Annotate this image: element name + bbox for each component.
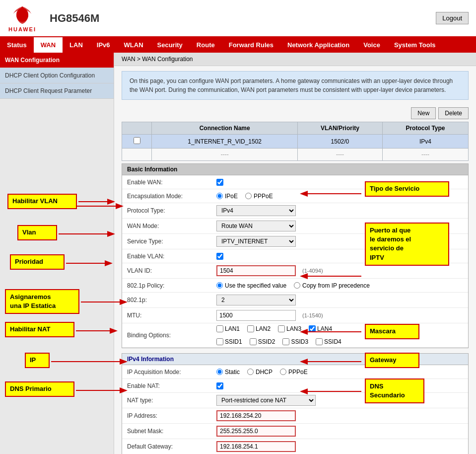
wan-mode-label: WAN Mode: [127, 223, 216, 229]
service-type-select[interactable]: IPTV_INTERNET INTERNET IPTV OTHER [216, 236, 296, 247]
ip-label: IP Address: [127, 412, 216, 419]
svg-point-1 [17, 9, 27, 21]
nat-type-row: NAT type: Port-restricted cone NAT Full … [122, 393, 468, 408]
nat-type-select[interactable]: Port-restricted cone NAT Full cone NAT R… [216, 395, 316, 406]
acq-pppoe[interactable]: PPPoE [280, 369, 308, 376]
ssid1-option[interactable]: SSID1 [216, 338, 242, 345]
service-type-label: Service Type: [127, 238, 216, 245]
nav-network-app[interactable]: Network Application [280, 37, 356, 53]
huawei-brand: HUAWEI [8, 26, 36, 32]
gateway-label: Default Gateway: [127, 443, 216, 450]
nav-route[interactable]: Route [190, 37, 222, 53]
acq-static[interactable]: Static [216, 369, 240, 376]
binding-value: LAN1 LAN2 LAN3 LAN4 SSID1 SSID2 SSID3 SS… [216, 325, 463, 345]
nat-type-value: Port-restricted cone NAT Full cone NAT R… [216, 395, 463, 406]
dot1p-row: 802.1p: 2 0 1 3 4 5 6 7 [122, 293, 468, 308]
binding-label: Binding Options: [127, 332, 216, 339]
ip-value [216, 410, 463, 421]
binding-row: Binding Options: LAN1 LAN2 LAN3 LAN4 SSI… [122, 323, 468, 348]
ip-input[interactable] [216, 410, 296, 421]
gateway-input[interactable] [216, 441, 296, 452]
enable-wan-row: Enable WAN: [122, 175, 468, 189]
nav-status[interactable]: Status [0, 37, 34, 53]
policy-specified[interactable]: Use the specified value [216, 282, 286, 289]
ssid3-option[interactable]: SSID3 [282, 338, 308, 345]
lan3-option[interactable]: LAN3 [278, 325, 301, 332]
service-type-value: IPTV_INTERNET INTERNET IPTV OTHER [216, 236, 463, 247]
ip-row: IP Address: [122, 408, 468, 424]
subnet-row: Subnet Mask: [122, 424, 468, 439]
empty-name: ---- [152, 149, 297, 161]
vlan-id-value: (1-4094) [216, 265, 463, 276]
main-content: WAN > WAN Configuration On this page, yo… [114, 53, 476, 454]
wan-mode-select[interactable]: Route WAN Bridge WAN [216, 221, 296, 231]
row-checkbox[interactable] [122, 135, 152, 149]
acq-dhcp[interactable]: DHCP [247, 369, 272, 376]
protocol-select[interactable]: IPv4 IPv6 IPv4/IPv6 [216, 205, 296, 216]
logout-button[interactable]: Logout [436, 12, 469, 24]
enable-vlan-value [216, 253, 463, 260]
nav-lan[interactable]: LAN [63, 37, 90, 53]
subnet-value [216, 426, 463, 437]
policy-value: Use the specified value Copy from IP pre… [216, 282, 463, 289]
nav-wlan[interactable]: WLAN [117, 37, 150, 53]
nav-ipv6[interactable]: IPv6 [90, 37, 117, 53]
lan4-option[interactable]: LAN4 [309, 325, 332, 332]
dot1p-value: 2 0 1 3 4 5 6 7 [216, 295, 463, 305]
nav-security[interactable]: Security [150, 37, 190, 53]
wan-table: Connection Name VLAN/Priority Protocol T… [122, 122, 469, 161]
enable-nat-row: Enable NAT: [122, 379, 468, 393]
mtu-input[interactable] [216, 310, 296, 321]
protocol-row: Protocol Type: IPv4 IPv6 IPv4/IPv6 [122, 203, 468, 219]
row-connection-name: 1_INTERNET_R_VID_1502 [152, 135, 297, 149]
policy-label: 802.1p Policy: [127, 282, 216, 289]
nav-wan[interactable]: WAN [34, 37, 63, 53]
table-row-empty: ---- ---- ---- [122, 149, 469, 161]
col-vlan: VLAN/Priority [297, 122, 382, 135]
gateway-value [216, 441, 463, 452]
col-checkbox [122, 122, 152, 135]
ssid2-option[interactable]: SSID2 [250, 338, 275, 345]
protocol-label: Protocol Type: [127, 207, 216, 214]
enable-wan-checkbox[interactable] [216, 179, 223, 186]
info-box: On this page, you can configure WAN port… [122, 71, 469, 100]
delete-button[interactable]: Delete [438, 107, 469, 119]
nav-system-tools[interactable]: System Tools [387, 37, 443, 53]
policy-copy[interactable]: Copy from IP precedence [294, 282, 370, 289]
sidebar-wan-config[interactable]: WAN Configuration [0, 53, 114, 68]
enable-nat-label: Enable NAT: [127, 382, 216, 389]
mtu-row: MTU: (1-1540) [122, 308, 468, 323]
nav-voice[interactable]: Voice [356, 37, 387, 53]
basic-info-section: Basic Information Enable WAN: Encapsulat… [122, 163, 469, 348]
sidebar-dhcp-request[interactable]: DHCP Client Request Parameter [0, 83, 114, 99]
encap-row: Encapsulation Mode: IPoE PPPoE [122, 189, 468, 203]
lan1-option[interactable]: LAN1 [216, 325, 240, 332]
gateway-row: Default Gateway: [122, 439, 468, 454]
lan2-option[interactable]: LAN2 [247, 325, 271, 332]
dot1p-select[interactable]: 2 0 1 3 4 5 6 7 [216, 295, 296, 305]
table-row[interactable]: 1_INTERNET_R_VID_1502 1502/0 IPv4 [122, 135, 469, 149]
protocol-value: IPv4 IPv6 IPv4/IPv6 [216, 205, 463, 216]
wan-mode-row: WAN Mode: Route WAN Bridge WAN [122, 219, 468, 234]
ssid4-option[interactable]: SSID4 [316, 338, 341, 345]
vlan-id-row: VLAN ID: (1-4094) [122, 263, 468, 279]
nav-forward[interactable]: Forward Rules [222, 37, 280, 53]
dot1p-label: 802.1p: [127, 297, 216, 303]
wan-mode-value: Route WAN Bridge WAN [216, 221, 463, 231]
subnet-input[interactable] [216, 426, 296, 437]
empty-checkbox [122, 149, 152, 161]
col-protocol: Protocol Type [382, 122, 468, 135]
vlan-id-input[interactable] [216, 265, 296, 276]
encap-ipoe[interactable]: IPoE [216, 193, 238, 200]
row-protocol: IPv4 [382, 135, 468, 149]
mtu-label: MTU: [127, 312, 216, 319]
sidebar-dhcp-option[interactable]: DHCP Client Option Configuration [0, 68, 114, 83]
enable-vlan-checkbox[interactable] [216, 253, 223, 260]
policy-row: 802.1p Policy: Use the specified value C… [122, 279, 468, 293]
new-button[interactable]: New [411, 107, 436, 119]
enable-wan-label: Enable WAN: [127, 179, 216, 186]
breadcrumb: WAN > WAN Configuration [114, 53, 476, 66]
enable-nat-checkbox[interactable] [216, 382, 223, 389]
encap-pppoe[interactable]: PPPoE [245, 193, 273, 200]
nat-type-label: NAT type: [127, 397, 216, 404]
